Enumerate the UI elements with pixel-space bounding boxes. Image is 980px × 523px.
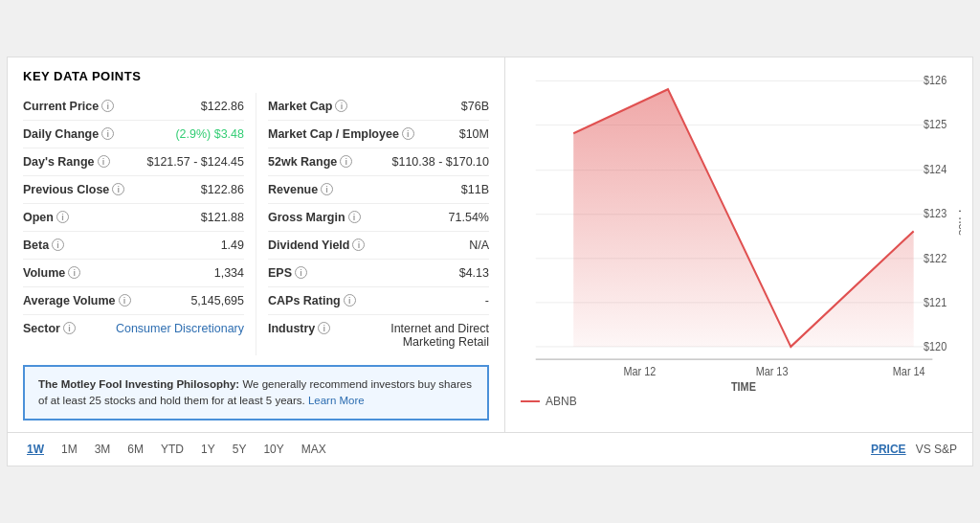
data-label: Sector i xyxy=(23,322,76,335)
data-row: Current Price i $122.86 xyxy=(23,93,244,121)
svg-text:Mar 14: Mar 14 xyxy=(893,365,925,377)
info-icon[interactable]: i xyxy=(352,239,365,251)
time-btn-1m[interactable]: 1M xyxy=(57,441,81,458)
data-label: Market Cap / Employee i xyxy=(268,127,414,141)
data-row: Market Cap i $76B xyxy=(268,93,489,121)
disclaimer-bold: The Motley Fool Investing Philosophy: xyxy=(38,378,239,390)
data-row: EPS i $4.13 xyxy=(268,260,489,287)
info-icon[interactable]: i xyxy=(56,211,69,223)
data-label: Daily Change i xyxy=(23,127,114,141)
time-btn-6m[interactable]: 6M xyxy=(123,441,147,458)
chart-svg: $126 $125 $124 $123 $122 $121 $120 xyxy=(517,65,961,391)
data-label: CAPs Rating i xyxy=(268,294,356,307)
data-value: $122.86 xyxy=(201,183,244,196)
data-grid: Current Price i $122.86 Daily Change i (… xyxy=(23,93,489,355)
data-row: Market Cap / Employee i $10M xyxy=(268,121,489,148)
data-value: $110.38 - $170.10 xyxy=(392,155,489,169)
data-label: Industry i xyxy=(268,322,330,335)
data-label: Market Cap i xyxy=(268,100,347,113)
section-title: KEY DATA POINTS xyxy=(23,69,489,83)
time-btn-1w[interactable]: 1W xyxy=(23,441,48,458)
data-value: $10M xyxy=(459,127,489,141)
data-label: Day's Range i xyxy=(23,155,110,169)
chart-ticker: ABNB xyxy=(546,395,577,408)
info-icon[interactable]: i xyxy=(321,183,333,195)
data-row: 52wk Range i $110.38 - $170.10 xyxy=(268,148,489,176)
data-value: $76B xyxy=(461,100,489,113)
info-icon[interactable]: i xyxy=(52,239,64,251)
price-label[interactable]: PRICE xyxy=(871,443,906,456)
time-btn-10y[interactable]: 10Y xyxy=(259,441,287,458)
chart-area: $126 $125 $124 $123 $122 $121 $120 xyxy=(517,65,961,391)
time-btn-5y[interactable]: 5Y xyxy=(229,441,251,458)
info-icon[interactable]: i xyxy=(68,266,80,279)
info-icon[interactable]: i xyxy=(119,294,131,307)
data-value: 1.49 xyxy=(221,239,244,252)
chart-legend: ABNB xyxy=(517,395,961,408)
data-value: - xyxy=(485,294,489,307)
info-icon[interactable]: i xyxy=(402,127,414,140)
data-row: Gross Margin i 71.54% xyxy=(268,204,489,232)
data-row: Sector i Consumer Discretionary xyxy=(23,315,244,342)
data-row: Dividend Yield i N/A xyxy=(268,232,489,260)
data-row: Daily Change i (2.9%) $3.48 xyxy=(23,121,244,148)
disclaimer-link[interactable]: Learn More xyxy=(308,395,365,406)
data-value: $122.86 xyxy=(201,100,244,113)
svg-text:$123: $123 xyxy=(924,207,947,219)
left-panel: KEY DATA POINTS Current Price i $122.86 … xyxy=(8,57,505,433)
info-icon[interactable]: i xyxy=(98,155,110,168)
data-label: Open i xyxy=(23,211,69,224)
info-icon[interactable]: i xyxy=(344,294,356,307)
data-label: Dividend Yield i xyxy=(268,239,365,252)
disclaimer-box: The Motley Fool Investing Philosophy: We… xyxy=(23,365,489,421)
data-label: Previous Close i xyxy=(23,183,124,196)
data-label: Average Volume i xyxy=(23,294,131,307)
svg-text:Price: Price xyxy=(957,210,961,236)
data-label: Revenue i xyxy=(268,183,333,196)
svg-text:TIME: TIME xyxy=(731,380,756,391)
data-col-1: Current Price i $122.86 Daily Change i (… xyxy=(23,93,244,355)
time-bar: 1W1M3M6MYTD1Y5Y10YMAXPRICEVS S&P xyxy=(8,432,972,466)
svg-text:$126: $126 xyxy=(924,74,947,86)
data-value: 1,334 xyxy=(214,266,244,280)
data-row: Revenue i $11B xyxy=(268,176,489,204)
data-row: Volume i 1,334 xyxy=(23,260,244,287)
data-row: Beta i 1.49 xyxy=(23,232,244,260)
time-btn-ytd[interactable]: YTD xyxy=(157,441,188,458)
info-icon[interactable]: i xyxy=(63,322,76,334)
data-row: Average Volume i 5,145,695 xyxy=(23,287,244,315)
data-label: Gross Margin i xyxy=(268,211,361,224)
info-icon[interactable]: i xyxy=(112,183,124,195)
info-icon[interactable]: i xyxy=(295,266,307,279)
col-divider xyxy=(256,93,256,355)
svg-text:$124: $124 xyxy=(924,163,947,175)
disclaimer-text: The Motley Fool Investing Philosophy: We… xyxy=(38,378,472,406)
data-value: $11B xyxy=(461,183,489,196)
data-value: (2.9%) $3.48 xyxy=(175,127,244,141)
info-icon[interactable]: i xyxy=(335,100,347,112)
info-icon[interactable]: i xyxy=(101,127,114,140)
info-icon[interactable]: i xyxy=(340,155,352,168)
info-icon[interactable]: i xyxy=(318,322,330,334)
data-row: CAPs Rating i - xyxy=(268,287,489,315)
svg-text:Mar 13: Mar 13 xyxy=(756,365,789,377)
time-btn-1y[interactable]: 1Y xyxy=(197,441,219,458)
legend-line-icon xyxy=(521,400,540,402)
data-label: Beta i xyxy=(23,239,64,252)
data-value: 71.54% xyxy=(449,211,489,224)
data-label: EPS i xyxy=(268,266,307,280)
data-value: $121.88 xyxy=(201,211,244,224)
time-btn-3m[interactable]: 3M xyxy=(91,441,115,458)
vs-sp-label[interactable]: VS S&P xyxy=(916,443,957,456)
data-value: $121.57 - $124.45 xyxy=(147,155,244,169)
info-icon[interactable]: i xyxy=(101,100,114,112)
svg-text:$125: $125 xyxy=(924,118,947,130)
data-value: 5,145,695 xyxy=(190,294,244,307)
data-col-2: Market Cap i $76B Market Cap / Employee … xyxy=(268,93,489,355)
data-label: Volume i xyxy=(23,266,80,280)
main-container: KEY DATA POINTS Current Price i $122.86 … xyxy=(7,57,973,467)
time-btn-max[interactable]: MAX xyxy=(298,441,330,458)
info-icon[interactable]: i xyxy=(348,211,361,223)
data-label: Current Price i xyxy=(23,100,114,113)
svg-text:Mar 12: Mar 12 xyxy=(623,365,656,377)
